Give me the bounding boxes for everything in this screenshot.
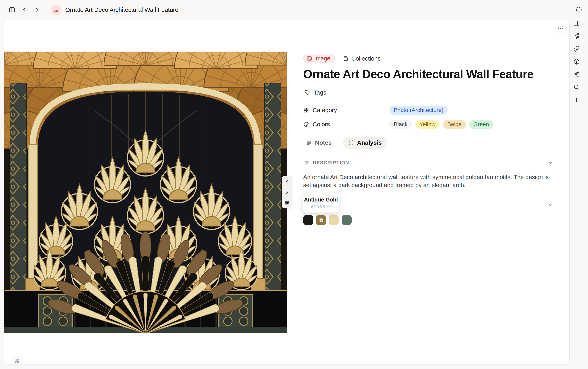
category-value-pill[interactable]: Photo (Architecture) — [389, 106, 448, 115]
colors-row: Colors Black Yellow Beige Green — [303, 117, 554, 131]
palette-icon — [303, 121, 309, 127]
description-heading: DESCRIPTION — [313, 160, 349, 165]
color-tooltip: Antique Gold #C5A059 — [303, 193, 339, 213]
color-pill[interactable]: Yellow — [415, 120, 440, 129]
chevron-left-icon — [21, 7, 28, 13]
artwork-image — [4, 51, 287, 333]
notes-lines-icon — [306, 140, 312, 146]
chevron-right-icon — [284, 190, 290, 195]
collections-label: Collections — [351, 55, 381, 62]
panel-left-icon — [9, 6, 15, 13]
tag-icon — [304, 89, 311, 96]
description-lines-icon — [304, 160, 309, 165]
link-button[interactable] — [573, 45, 581, 53]
back-button[interactable] — [19, 5, 30, 15]
window-title: Ornate Art Deco Architectural Wall Featu… — [65, 6, 178, 13]
link-icon — [573, 45, 580, 52]
tab-notes[interactable]: Notes — [306, 139, 332, 146]
description-section-header[interactable]: DESCRIPTION — [304, 160, 349, 165]
plus-icon — [573, 96, 580, 103]
sparkles-icon — [573, 71, 580, 78]
chevron-down-icon — [548, 202, 554, 208]
image-viewer-panel: ⌘ — [4, 20, 287, 364]
category-row: Category Photo (Architecture) — [303, 103, 554, 117]
color-tooltip-hex: #C5A059 — [311, 205, 331, 209]
grid-icon — [303, 107, 309, 113]
add-button[interactable] — [573, 96, 581, 104]
category-value: Photo (Architecture) — [383, 103, 554, 117]
copy-icon — [318, 217, 324, 223]
chevron-right-icon — [34, 7, 40, 13]
swatch-beige[interactable] — [329, 215, 339, 225]
detail-tabs: Notes Analysis — [306, 137, 387, 149]
color-pill[interactable]: Green — [469, 120, 493, 129]
previous-item-button[interactable] — [282, 176, 292, 187]
keyboard-shortcuts-button[interactable]: ⌘ — [12, 356, 22, 364]
top-bar: Ornate Art Deco Architectural Wall Featu… — [0, 0, 588, 20]
search-button[interactable] — [573, 83, 581, 91]
keyboard-icon — [284, 200, 290, 206]
tags-button[interactable]: Tags — [304, 89, 326, 96]
keyboard-panel-button[interactable] — [282, 197, 292, 208]
page-title: Ornate Art Deco Architectural Wall Featu… — [303, 68, 559, 81]
tab-analysis[interactable]: Analysis — [343, 137, 387, 149]
graph-view-button[interactable] — [573, 32, 581, 40]
color-pill[interactable]: Beige — [443, 120, 466, 129]
palette-swatches — [303, 215, 352, 225]
chevron-left-icon — [284, 179, 290, 184]
collections-icon — [343, 55, 349, 62]
tags-label: Tags — [314, 89, 326, 96]
collections-button[interactable]: Collections — [343, 55, 381, 62]
swatch-black[interactable] — [303, 215, 313, 225]
app-root: Ornate Art Deco Architectural Wall Featu… — [0, 0, 588, 369]
graph-network-icon — [573, 32, 580, 40]
ai-sparkles-button[interactable] — [573, 70, 581, 78]
palette-collapse-button[interactable] — [547, 202, 554, 208]
dashed-circle-icon — [575, 6, 582, 13]
content-card: ⌘ — [4, 20, 570, 364]
image-icon — [53, 7, 59, 13]
type-badge[interactable]: Image — [303, 54, 335, 63]
properties-table: Category Photo (Architecture) — [303, 103, 554, 131]
scan-frame-icon — [348, 140, 354, 146]
swatch-green[interactable] — [342, 215, 352, 225]
more-options-button[interactable] — [555, 23, 566, 34]
ellipsis-icon — [558, 28, 559, 29]
details-panel: Image Collections Ornate Art Deco Archit… — [287, 20, 570, 364]
search-icon — [573, 83, 580, 91]
swatch-antique-gold[interactable] — [316, 215, 326, 225]
panel-right-icon — [573, 20, 580, 27]
description-text: An ornate Art Deco architectural wall fe… — [303, 173, 555, 189]
colors-value: Black Yellow Beige Green — [383, 117, 554, 131]
description-collapse-button[interactable] — [547, 159, 554, 166]
document-type-chip — [51, 5, 61, 15]
color-tooltip-name: Antique Gold — [304, 197, 338, 203]
image-icon — [306, 56, 312, 61]
viewer-controls — [282, 176, 292, 208]
panels-button[interactable] — [573, 19, 581, 27]
colors-label: Colors — [303, 121, 383, 128]
category-label: Category — [303, 107, 383, 113]
cube-icon — [573, 58, 580, 65]
badge-row: Image Collections — [303, 54, 381, 63]
forward-button[interactable] — [32, 5, 42, 15]
3d-cube-button[interactable] — [573, 58, 581, 66]
focus-mode-button[interactable] — [575, 6, 583, 14]
right-toolbar — [570, 19, 588, 104]
type-badge-label: Image — [314, 55, 330, 62]
next-item-button[interactable] — [282, 187, 292, 197]
sidebar-toggle-button[interactable] — [7, 5, 17, 15]
command-icon: ⌘ — [14, 358, 20, 364]
color-pill[interactable]: Black — [389, 120, 412, 129]
chevron-down-icon — [548, 160, 554, 166]
